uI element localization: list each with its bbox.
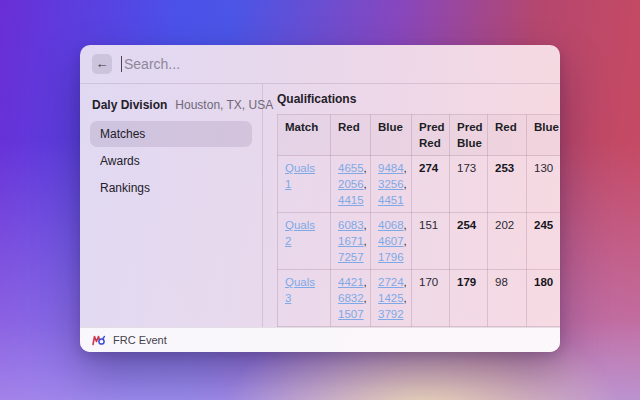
arrow-left-icon: ← — [96, 54, 109, 74]
frc-logo-icon — [92, 335, 105, 346]
col-header-red-teams: Red — [331, 115, 371, 156]
red-teams-cell: 6083, 1671, 7257 — [331, 213, 371, 270]
match-link[interactable]: Quals 2 — [285, 219, 315, 247]
team-link[interactable]: 2056 — [338, 178, 364, 190]
event-name: Daly Division — [92, 98, 167, 112]
footer-label: FRC Event — [113, 334, 167, 346]
team-link[interactable]: 1671 — [338, 235, 364, 247]
blue-score: 245 — [527, 213, 561, 270]
pred-blue-score: 254 — [450, 213, 488, 270]
team-link[interactable]: 6832 — [338, 292, 364, 304]
col-header-pred-red: Pred Red — [412, 115, 450, 156]
pred-blue-score: 173 — [450, 156, 488, 213]
search-bar: ← — [80, 45, 560, 84]
blue-score: 130 — [527, 156, 561, 213]
matches-table: Match Red Blue Pred Red Pred Blue Red Bl… — [277, 114, 560, 327]
matches-table-body: Quals 1 4655, 2056, 4415 9484, 3256, 445… — [278, 156, 561, 328]
page-title: Qualifications — [277, 92, 560, 106]
team-link[interactable]: 4415 — [338, 194, 364, 206]
event-header: Daly Division Houston, TX, USA — [90, 94, 252, 120]
team-link[interactable]: 3792 — [378, 308, 404, 320]
team-link[interactable]: 4421 — [338, 276, 364, 288]
event-location: Houston, TX, USA — [175, 98, 273, 112]
team-link[interactable]: 1507 — [338, 308, 364, 320]
search-input[interactable] — [124, 56, 548, 72]
pred-red-score: 170 — [412, 270, 450, 327]
match-link[interactable]: Quals 3 — [285, 276, 315, 304]
match-row: Quals 3 4421, 6832, 1507 2724, 1425, 379… — [278, 270, 561, 327]
blue-teams-cell: 9484, 3256, 4451 — [371, 156, 412, 213]
team-link[interactable]: 4068 — [378, 219, 404, 231]
red-score: 98 — [488, 270, 527, 327]
blue-teams-cell: 4068, 4607, 1796 — [371, 213, 412, 270]
match-row: Quals 2 6083, 1671, 7257 4068, 4607, 179… — [278, 213, 561, 270]
col-header-blue-teams: Blue — [371, 115, 412, 156]
status-bar: FRC Event — [80, 327, 560, 352]
red-score: 253 — [488, 156, 527, 213]
blue-score: 180 — [527, 270, 561, 327]
col-header-red-score: Red — [488, 115, 527, 156]
sidebar-item-matches[interactable]: Matches — [90, 121, 252, 147]
app-window: ← Daly Division Houston, TX, USA Matches… — [80, 45, 560, 352]
team-link[interactable]: 7257 — [338, 251, 364, 263]
col-header-pred-blue: Pred Blue — [450, 115, 488, 156]
team-link[interactable]: 4655 — [338, 162, 364, 174]
col-header-match: Match — [278, 115, 331, 156]
team-link[interactable]: 6083 — [338, 219, 364, 231]
pred-red-score: 151 — [412, 213, 450, 270]
team-link[interactable]: 4451 — [378, 194, 404, 206]
desktop-background: { "colors": { "link": "#7ea9e6", "select… — [0, 0, 640, 400]
col-header-blue-score: Blue — [527, 115, 561, 156]
text-caret — [121, 56, 122, 72]
table-header-row: Match Red Blue Pred Red Pred Blue Red Bl… — [278, 115, 561, 156]
team-link[interactable]: 2724 — [378, 276, 404, 288]
team-link[interactable]: 3256 — [378, 178, 404, 190]
blue-teams-cell: 2724, 1425, 3792 — [371, 270, 412, 327]
sidebar-item-rankings[interactable]: Rankings — [90, 175, 252, 201]
red-score: 202 — [488, 213, 527, 270]
team-link[interactable]: 4607 — [378, 235, 404, 247]
pred-blue-score: 179 — [450, 270, 488, 327]
pred-red-score: 274 — [412, 156, 450, 213]
match-link[interactable]: Quals 1 — [285, 162, 315, 190]
match-row: Quals 1 4655, 2056, 4415 9484, 3256, 445… — [278, 156, 561, 213]
sidebar: Daly Division Houston, TX, USA Matches A… — [80, 84, 263, 327]
sidebar-item-awards[interactable]: Awards — [90, 148, 252, 174]
team-link[interactable]: 9484 — [378, 162, 404, 174]
red-teams-cell: 4655, 2056, 4415 — [331, 156, 371, 213]
red-teams-cell: 4421, 6832, 1507 — [331, 270, 371, 327]
content-panel: Qualifications Match Red Blue Pred Red P… — [263, 84, 560, 327]
team-link[interactable]: 1796 — [378, 251, 404, 263]
team-link[interactable]: 1425 — [378, 292, 404, 304]
back-button[interactable]: ← — [92, 54, 112, 74]
